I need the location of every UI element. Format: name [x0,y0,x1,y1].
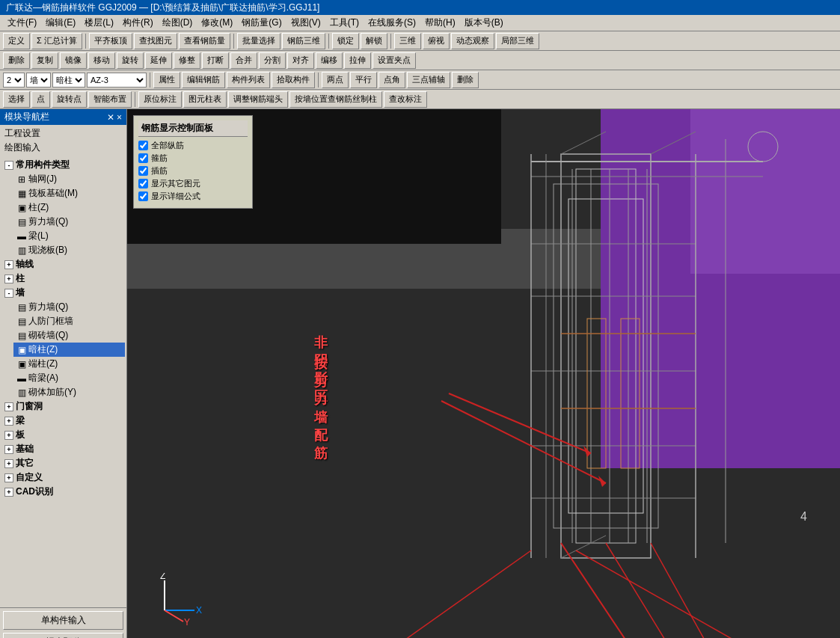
tree-col[interactable]: + 柱 [1,272,125,286]
control-panel-title: 钢筋显示控制面板 [138,120,248,137]
btn-wall-pos-rebar[interactable]: 按墙位置查钢筋丝制柱 [289,91,382,108]
sidebar-engineering-setup[interactable]: 工程设置 [1,126,125,141]
btn-view-rebar[interactable]: 查看钢筋量 [179,33,230,49]
menu-version[interactable]: 版本号(B) [460,15,508,31]
btn-trim[interactable]: 修整 [174,52,200,69]
checkbox-all-longitudinal[interactable]: 全部纵筋 [138,140,248,151]
tree-cad[interactable]: + CAD识别 [1,485,125,499]
checkbox-show-other[interactable]: 显示其它图元 [138,178,248,189]
btn-unlock[interactable]: 解锁 [361,33,387,49]
btn-offset[interactable]: 编移 [316,52,343,69]
btn-define[interactable]: 定义 [3,33,30,49]
tree-slab2[interactable]: + 板 [1,428,125,442]
btn-check-mark[interactable]: 查改标注 [384,91,427,108]
menu-tools[interactable]: 工具(T) [325,15,364,31]
tree-civil-defense-wall[interactable]: ▤ 人防门框墙 [13,314,125,328]
floor-select[interactable]: 2 [3,73,25,88]
btn-pick-element[interactable]: 拾取构件 [272,72,315,88]
btn-select[interactable]: 选择 [3,91,30,108]
btn-element-col-table[interactable]: 图元柱表 [183,91,227,108]
axis-icon: ⊞ [16,174,27,185]
btn-point[interactable]: 点 [31,91,50,108]
tree-end-column[interactable]: ▣ 端柱(Z) [13,357,125,371]
tree-beam2[interactable]: + 梁 [1,414,125,428]
checkbox-insert-rebar[interactable]: 插筋 [138,165,248,177]
tree-custom[interactable]: + 自定义 [1,470,125,485]
menu-help[interactable]: 帮助(H) [420,15,460,31]
menu-floor[interactable]: 楼层(L) [80,15,118,31]
btn-copy[interactable]: 复制 [31,52,58,69]
tree-brick-wall[interactable]: ▤ 砌砖墙(Q) [13,328,125,343]
tree-masonry-rebar[interactable]: ▥ 砌体加筋(Y) [13,385,125,399]
title-bar: 广联达—钢筋抽样软件 GGJ2009 — [D:\预结算及抽筋\广联达抽筋\学习… [0,0,840,15]
btn-dynamic-view[interactable]: 动态观察 [451,33,494,49]
btn-align-top[interactable]: 平齐板顶 [89,33,132,49]
menu-element[interactable]: 构件(R) [118,15,158,31]
btn-rotate-point[interactable]: 旋转点 [52,91,87,108]
element-type-select[interactable]: 墙 [26,73,51,88]
btn-stretch[interactable]: 拉伸 [344,52,371,69]
menu-rebar[interactable]: 钢筋量(G) [237,15,286,31]
tree-other[interactable]: + 其它 [1,456,125,470]
btn-split[interactable]: 分割 [259,52,286,69]
checkbox-stirrup[interactable]: 箍筋 [138,153,248,164]
btn-local-3d[interactable]: 局部三维 [496,33,539,49]
btn-3d[interactable]: 三维 [394,33,421,49]
btn-top-view[interactable]: 俯视 [423,33,450,49]
btn-point-angle[interactable]: 点角 [378,72,405,88]
btn-parallel[interactable]: 平行 [350,72,377,88]
tree-shear-wall-common[interactable]: ▤ 剪力墙(Q) [13,215,125,229]
btn-find[interactable]: 查找图元 [134,33,177,49]
tree-common-types[interactable]: - 常用构件类型 [1,158,125,172]
btn-three-points-aux[interactable]: 三点辅轴 [407,72,450,88]
tree-raft-foundation[interactable]: ▦ 筏板基础(M) [13,186,125,200]
btn-move[interactable]: 移动 [88,52,115,69]
btn-break[interactable]: 打断 [202,52,229,69]
element-name-select[interactable]: AZ-3 [87,73,147,88]
svg-line-43 [165,610,183,622]
btn-edit-rebar[interactable]: 编辑钢筋 [182,72,225,88]
tree-hidden-column[interactable]: ▣ 暗柱(Z) [13,343,125,357]
btn-delete[interactable]: 删除 [3,52,30,69]
btn-properties[interactable]: 属性 [153,72,180,88]
element-subtype-select[interactable]: 暗柱 [52,73,85,88]
sidebar-drawing-input[interactable]: 绘图输入 [1,141,125,155]
btn-summary[interactable]: Σ 汇总计算 [31,33,82,49]
btn-single-element[interactable]: 单构件输入 [3,611,123,630]
btn-smart-place[interactable]: 智能布置 [88,91,132,108]
btn-lock[interactable]: 锁定 [332,33,359,49]
btn-in-situ-mark[interactable]: 原位标注 [138,91,182,108]
btn-mirror[interactable]: 镜像 [60,52,87,69]
btn-report-preview[interactable]: 报表预览 [3,633,123,638]
btn-rebar-3d[interactable]: 钢筋三维 [282,33,325,49]
menu-online[interactable]: 在线服务(S) [364,15,420,31]
tree-beam[interactable]: ▬ 梁(L) [13,229,125,243]
tree-hidden-beam[interactable]: ▬ 暗梁(A) [13,371,125,385]
btn-rotate[interactable]: 旋转 [117,52,144,69]
btn-merge[interactable]: 合并 [230,52,257,69]
btn-set-grip[interactable]: 设置夹点 [373,52,416,69]
btn-batch-select[interactable]: 批量选择 [237,33,280,49]
tree-wall[interactable]: - 墙 [1,286,125,300]
tree-axis[interactable]: + 轴线 [1,257,125,272]
menu-draw[interactable]: 绘图(D) [158,15,197,31]
sidebar-close-icon[interactable]: ✕ × [107,112,122,123]
checkbox-show-formula[interactable]: 显示详细公式 [138,191,248,202]
menu-file[interactable]: 文件(F) [3,15,41,31]
btn-extend[interactable]: 延伸 [145,52,172,69]
btn-align[interactable]: 对齐 [287,52,314,69]
tree-axis-grid[interactable]: ⊞ 轴网(J) [13,172,125,186]
tree-column[interactable]: ▣ 柱(Z) [13,200,125,215]
btn-two-points[interactable]: 两点 [322,72,349,88]
tree-slab[interactable]: ▥ 现浇板(B) [13,243,125,257]
tree-door-window[interactable]: + 门窗洞 [1,399,125,414]
btn-adjust-rebar-end[interactable]: 调整钢筋端头 [228,91,288,108]
tree-foundation[interactable]: + 基础 [1,442,125,456]
btn-element-list[interactable]: 构件列表 [227,72,270,88]
menu-edit[interactable]: 编辑(E) [41,15,80,31]
menu-view[interactable]: 视图(V) [286,15,325,31]
tree-shear-wall[interactable]: ▤ 剪力墙(Q) [13,300,125,314]
viewport[interactable]: 4 钢筋显示控制面板 全部纵筋 箍筋 插筋 显示其它图元 [127,109,840,638]
btn-delete2[interactable]: 删除 [452,72,479,88]
menu-modify[interactable]: 修改(M) [197,15,237,31]
